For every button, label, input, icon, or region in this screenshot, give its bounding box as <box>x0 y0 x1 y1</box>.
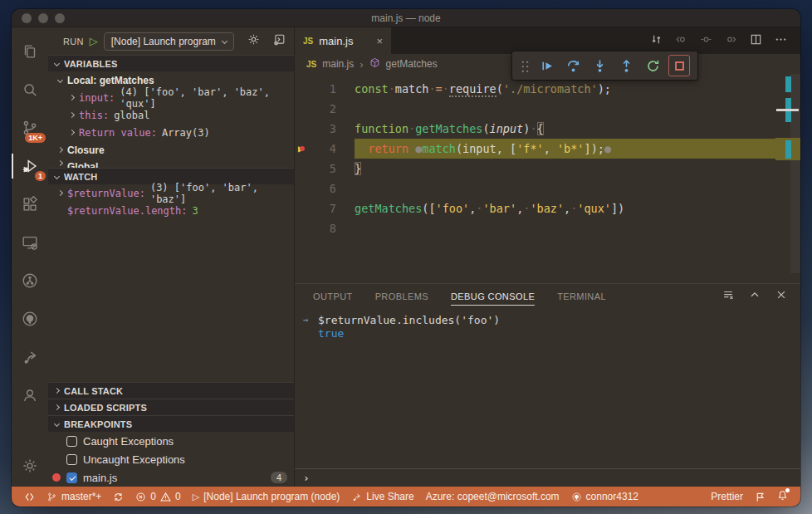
status-github-account[interactable]: connor4312 <box>565 487 644 507</box>
code-line[interactable]: 6 <box>295 179 800 198</box>
breakpoint-gutter[interactable] <box>295 99 316 119</box>
launch-config-dropdown[interactable]: [Node] Launch program <box>104 32 234 51</box>
variables-section-header[interactable]: VARIABLES <box>48 55 294 71</box>
breakpoint-gutter[interactable] <box>295 119 316 139</box>
panel-tab-terminal[interactable]: TERMINAL <box>557 284 606 309</box>
status-notifications[interactable] <box>771 487 794 507</box>
breakpoint-row[interactable]: main.js4 <box>48 468 294 487</box>
tree-row[interactable]: input:(4) ['foo', 'bar', 'baz', 'qux'] <box>48 89 294 106</box>
code-line[interactable]: 8 <box>295 218 800 238</box>
code-line[interactable]: 3function·getMatches(input)·{ <box>295 119 800 139</box>
continue-button[interactable] <box>536 55 557 76</box>
clear-console-button[interactable] <box>722 289 734 304</box>
status-azure-account[interactable]: Azure: copeet@microsoft.com <box>420 487 565 507</box>
activity-item-extensions[interactable] <box>12 185 48 223</box>
step-over-button[interactable] <box>562 55 584 76</box>
nav-back-icon <box>675 33 687 46</box>
activity-item-settings[interactable] <box>12 447 48 485</box>
breadcrumb-file[interactable]: main.js <box>322 58 354 70</box>
files-icon <box>21 42 39 61</box>
open-debug-console-button[interactable] <box>272 32 286 50</box>
breakpoint-row[interactable]: Uncaught Exceptions <box>48 450 294 468</box>
debug-console-input[interactable]: › <box>295 468 800 487</box>
close-tab-icon[interactable]: × <box>376 35 383 47</box>
start-debug-icon[interactable]: ▷ <box>90 35 98 47</box>
code-line[interactable]: 2 <box>295 99 800 119</box>
status-git-branch[interactable]: master*+ <box>41 487 107 507</box>
checkbox[interactable] <box>66 436 77 447</box>
breadcrumb-symbol[interactable]: getMatches <box>386 58 438 70</box>
activity-item-search[interactable] <box>12 71 48 109</box>
maximize-panel-button[interactable] <box>749 289 761 304</box>
token: · <box>408 142 415 155</box>
breakpoint-gutter[interactable]: ▶ <box>295 139 316 159</box>
restart-button[interactable] <box>642 55 663 76</box>
status-remote-indicator[interactable] <box>18 487 41 507</box>
panel-tab-problems[interactable]: PROBLEMS <box>375 284 428 309</box>
drag-handle-icon[interactable] <box>520 59 529 72</box>
sync-icon <box>113 492 124 502</box>
activity-item-live-share[interactable] <box>12 338 48 376</box>
chevup-icon <box>749 289 761 301</box>
breakpoint-gutter[interactable] <box>295 79 316 99</box>
step-out-button[interactable] <box>615 55 637 76</box>
line-number: 5 <box>316 159 336 179</box>
checkbox[interactable] <box>66 454 77 465</box>
activity-item-github[interactable] <box>12 300 48 338</box>
status-feedback[interactable] <box>749 487 771 507</box>
activity-item-remote-explorer[interactable] <box>12 223 48 262</box>
debug-current-line-icon: ▶ <box>298 143 311 154</box>
launch-configure-button[interactable] <box>247 32 261 50</box>
breakpoint-gutter[interactable] <box>295 218 316 238</box>
code-line[interactable]: ▶4··return·●match(input,·['f*',·'b*']);● <box>295 139 800 159</box>
title-bar[interactable]: main.js — node <box>12 9 800 27</box>
console-result: true <box>318 327 344 340</box>
code-line[interactable]: 7getMatches(['foo',·'bar',·'baz',·'qux']… <box>295 198 800 218</box>
tree-row[interactable]: Closure <box>48 141 294 159</box>
tree-row[interactable]: Return value:Array(3) <box>48 124 294 141</box>
activity-item-accounts[interactable] <box>12 376 48 414</box>
checkbox[interactable] <box>66 472 77 483</box>
more-actions-button[interactable] <box>775 33 787 49</box>
panel-tab-output[interactable]: OUTPUT <box>313 284 353 309</box>
continue-to-here-button[interactable] <box>725 33 737 49</box>
breakpoint-gutter[interactable] <box>295 198 316 218</box>
panel-tab-debug-console[interactable]: DEBUG CONSOLE <box>451 284 535 309</box>
breakpoints-section-header[interactable]: BREAKPOINTS <box>48 415 294 432</box>
close-panel-button[interactable] <box>775 289 787 304</box>
breakpoint-gutter[interactable] <box>295 179 316 198</box>
status-prettier[interactable]: Prettier <box>705 487 749 507</box>
call-stack-section-header[interactable]: CALL STACK <box>48 382 294 399</box>
tab-main-js[interactable]: JS main.js × <box>295 27 391 54</box>
variable-value: global <box>114 110 149 121</box>
code-line[interactable]: 1const·match·=·require('./micromatch'); <box>295 79 800 99</box>
close-window-button[interactable] <box>22 13 32 23</box>
status-problems[interactable]: 00 <box>130 487 186 507</box>
minimize-window-button[interactable] <box>38 13 48 23</box>
activity-item-explorer[interactable] <box>12 32 48 71</box>
zoom-window-button[interactable] <box>55 13 65 23</box>
stop-button[interactable] <box>668 55 690 76</box>
step-into-button[interactable] <box>589 55 610 76</box>
breakpoint-row[interactable]: Caught Exceptions <box>48 432 294 450</box>
scrollbar[interactable] <box>790 74 800 273</box>
overview-ruler[interactable] <box>775 74 800 283</box>
tree-row[interactable]: Global <box>48 159 294 168</box>
breakpoint-gutter[interactable] <box>295 159 316 179</box>
debug-step-marker-button[interactable] <box>700 33 712 49</box>
reverse-continue-button[interactable] <box>675 33 687 49</box>
status-live-share[interactable]: Live Share <box>345 487 419 507</box>
loaded-scripts-section-header[interactable]: LOADED SCRIPTS <box>48 399 294 415</box>
split-editor-button[interactable] <box>750 33 762 49</box>
code-text <box>355 179 800 198</box>
code-editor[interactable]: 1const·match·=·require('./micromatch');2… <box>295 74 800 283</box>
activity-item-run-and-debug[interactable]: 1 <box>12 147 48 185</box>
status-debug-launch[interactable]: ▷[Node] Launch program (node) <box>187 487 346 507</box>
activity-item-source-control[interactable]: 1K+ <box>12 109 48 147</box>
code-line[interactable]: 5} <box>295 159 800 179</box>
open-changes-button[interactable] <box>650 33 663 49</box>
tree-row[interactable]: $returnValue:(3) ['foo', 'bar', 'baz'] <box>48 184 294 202</box>
status-sync[interactable] <box>107 487 130 507</box>
token: match <box>422 142 456 155</box>
activity-item-azure-pipelines[interactable] <box>12 262 48 300</box>
